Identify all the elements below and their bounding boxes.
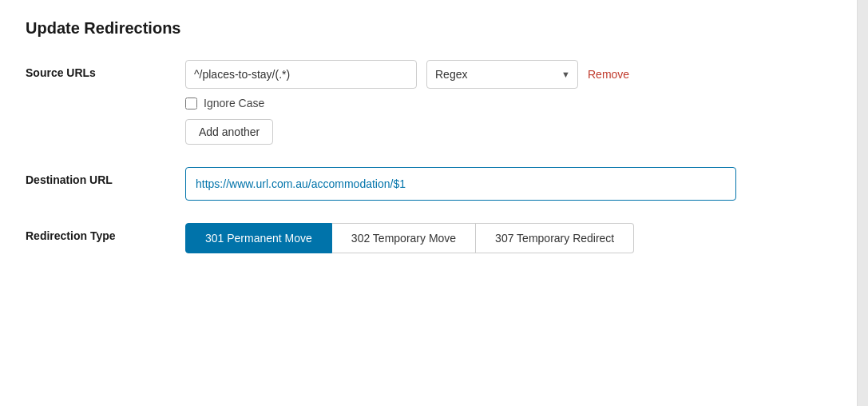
redirection-type-label: Redirection Type — [26, 223, 185, 242]
source-url-input-row: Regex Plain Exact Remove — [185, 60, 831, 89]
destination-url-controls — [185, 167, 831, 201]
add-another-button[interactable]: Add another — [185, 119, 273, 145]
source-urls-controls: Regex Plain Exact Remove Ignore Case Add… — [185, 60, 831, 145]
destination-url-label: Destination URL — [26, 167, 185, 186]
regex-type-select[interactable]: Regex Plain Exact — [426, 60, 578, 89]
redirection-type-controls: 301 Permanent Move 302 Temporary Move 30… — [185, 223, 831, 253]
ignore-case-row: Ignore Case — [185, 97, 831, 109]
type-302-button[interactable]: 302 Temporary Move — [332, 223, 476, 253]
scrollbar[interactable] — [857, 0, 868, 406]
source-url-input[interactable] — [185, 60, 417, 89]
regex-select-wrapper: Regex Plain Exact — [426, 60, 578, 89]
type-301-button[interactable]: 301 Permanent Move — [185, 223, 332, 253]
destination-url-input[interactable] — [185, 167, 736, 201]
remove-link[interactable]: Remove — [588, 68, 629, 81]
redirection-type-section: Redirection Type 301 Permanent Move 302 … — [26, 223, 831, 253]
destination-url-section: Destination URL — [26, 167, 831, 201]
source-urls-label: Source URLs — [26, 60, 185, 79]
type-307-button[interactable]: 307 Temporary Redirect — [476, 223, 634, 253]
ignore-case-label[interactable]: Ignore Case — [204, 97, 264, 109]
ignore-case-checkbox[interactable] — [185, 98, 197, 109]
source-urls-section: Source URLs Regex Plain Exact Remove — [26, 60, 831, 145]
redirection-type-buttons: 301 Permanent Move 302 Temporary Move 30… — [185, 223, 831, 253]
page-title: Update Redirections — [26, 19, 831, 38]
